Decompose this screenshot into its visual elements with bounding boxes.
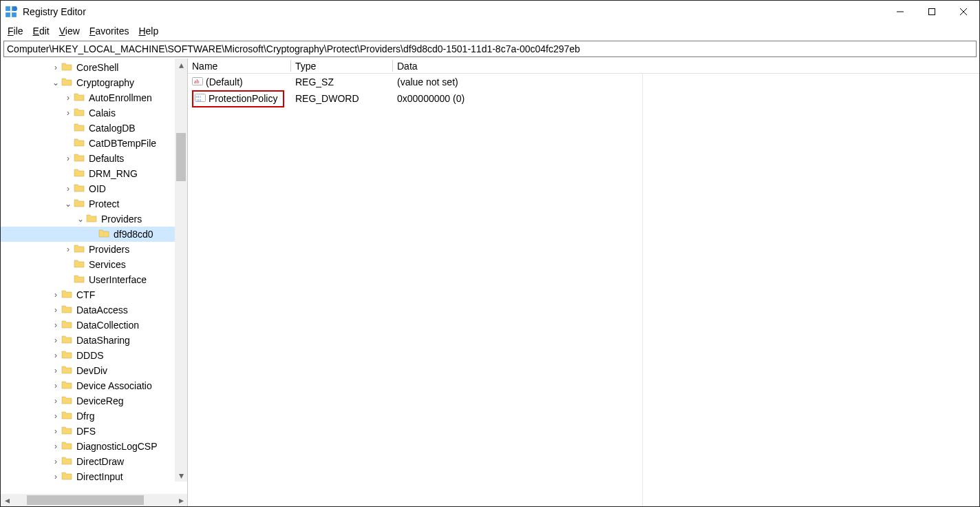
expand-icon[interactable]: › (63, 184, 74, 194)
expand-icon[interactable]: › (50, 63, 61, 72)
expand-icon[interactable]: › (50, 457, 61, 466)
collapse-icon[interactable]: ⌄ (63, 199, 74, 209)
expand-icon[interactable]: › (50, 366, 61, 375)
expand-icon[interactable]: › (50, 381, 61, 391)
tree-node-label: DirectDraw (76, 456, 124, 467)
menu-favorites[interactable]: Favorites (85, 24, 134, 38)
expand-icon[interactable]: › (50, 442, 61, 451)
tree-node-label: DataAccess (76, 304, 128, 315)
tree-node[interactable]: ⌄Providers (1, 211, 175, 227)
expand-icon[interactable]: › (63, 108, 74, 118)
expand-icon[interactable]: › (50, 351, 61, 360)
collapse-icon[interactable]: ⌄ (50, 78, 61, 87)
scroll-thumb[interactable] (176, 133, 186, 181)
tree-node[interactable]: ›DiagnosticLogCSP (1, 439, 175, 454)
tree-node[interactable]: ›OID (1, 181, 175, 196)
list-header: Name Type Data (188, 59, 979, 74)
expand-icon[interactable]: › (50, 411, 61, 421)
tree-node[interactable]: df9d8cd0 (1, 227, 175, 242)
tree-node-label: Defaults (89, 153, 124, 164)
tree-node[interactable]: ›Defaults (1, 151, 175, 166)
folder-icon (74, 273, 89, 287)
folder-icon (61, 364, 76, 377)
menu-file[interactable]: File (3, 24, 28, 38)
folder-icon (61, 289, 76, 302)
expand-icon[interactable]: › (63, 245, 74, 254)
expand-icon[interactable]: › (50, 426, 61, 436)
values-list[interactable]: ab(Default)REG_SZ(value not set)011110Pr… (188, 74, 979, 506)
svg-text:ab: ab (194, 79, 200, 85)
tree-node[interactable]: CatDBTempFile (1, 136, 175, 151)
svg-rect-3 (12, 12, 17, 17)
tree-node[interactable]: ›DDDS (1, 348, 175, 363)
tree-node[interactable]: ›AutoEnrollmen (1, 90, 175, 105)
tree-node[interactable]: ›Device Associatio (1, 378, 175, 393)
column-header-name[interactable]: Name (188, 59, 291, 73)
tree-node[interactable]: ›Calais (1, 105, 175, 121)
tree-node[interactable]: ›Providers (1, 242, 175, 257)
tree-vertical-scrollbar[interactable]: ▴ ▾ (175, 59, 187, 482)
tree-node-label: Device Associatio (76, 380, 152, 391)
tree-node-label: CoreShell (76, 62, 118, 73)
column-header-type[interactable]: Type (291, 59, 393, 73)
folder-icon (61, 380, 76, 393)
tree-node[interactable]: UserInterface (1, 272, 175, 287)
scroll-right-arrow-icon[interactable]: ▸ (175, 495, 187, 506)
tree-node[interactable]: ›DataSharing (1, 333, 175, 348)
tree-node[interactable]: ›DirectDraw (1, 454, 175, 469)
maximize-button[interactable] (916, 1, 948, 23)
registry-tree[interactable]: ›CoreShell⌄Cryptography›AutoEnrollmen›Ca… (1, 59, 187, 484)
expand-icon[interactable]: › (50, 472, 61, 482)
tree-node[interactable]: ›DataCollection (1, 318, 175, 333)
menu-edit[interactable]: Edit (29, 24, 54, 38)
scroll-down-arrow-icon[interactable]: ▾ (175, 469, 187, 482)
tree-node-label: Providers (89, 244, 129, 255)
folder-icon (74, 243, 89, 256)
minimize-button[interactable] (884, 1, 916, 23)
expand-icon[interactable]: › (50, 290, 61, 300)
tree-horizontal-scrollbar[interactable]: ◂ ▸ (1, 494, 187, 506)
tree-node[interactable]: ⌄Cryptography (1, 75, 175, 90)
tree-node-label: DataSharing (76, 335, 130, 346)
tree-node-label: Calais (89, 107, 116, 118)
folder-icon (74, 152, 89, 165)
value-row[interactable]: 011110ProtectionPolicyREG_DWORD0x0000000… (188, 90, 979, 107)
collapse-icon[interactable]: ⌄ (75, 214, 86, 224)
svg-point-4 (12, 6, 17, 11)
menu-help[interactable]: Help (134, 24, 162, 38)
value-row[interactable]: ab(Default)REG_SZ(value not set) (188, 74, 979, 90)
expand-icon[interactable]: › (50, 320, 61, 330)
value-data: 0x00000000 (0) (397, 93, 465, 104)
tree-node[interactable]: ›DevDiv (1, 363, 175, 378)
close-button[interactable] (948, 1, 979, 23)
expand-icon[interactable]: › (50, 396, 61, 406)
expand-icon[interactable]: › (63, 154, 74, 163)
scroll-left-arrow-icon[interactable]: ◂ (1, 495, 13, 506)
folder-icon (61, 61, 76, 74)
tree-node[interactable]: ›CTF (1, 287, 175, 302)
value-name: (Default) (206, 76, 243, 87)
address-text: Computer\HKEY_LOCAL_MACHINE\SOFTWARE\Mic… (7, 43, 580, 54)
scroll-thumb[interactable] (27, 495, 144, 505)
tree-node[interactable]: ›CoreShell (1, 60, 175, 75)
tree-node[interactable]: CatalogDB (1, 121, 175, 136)
scroll-up-arrow-icon[interactable]: ▴ (175, 59, 187, 71)
tree-node[interactable]: Services (1, 257, 175, 272)
tree-node[interactable]: ›DataAccess (1, 302, 175, 318)
folder-icon (61, 334, 76, 347)
folder-icon (86, 213, 101, 226)
tree-node[interactable]: ›DFS (1, 424, 175, 439)
folder-icon (74, 92, 89, 105)
expand-icon[interactable]: › (63, 93, 74, 103)
tree-node[interactable]: ›Dfrg (1, 408, 175, 424)
column-header-data[interactable]: Data (393, 59, 641, 73)
expand-icon[interactable]: › (50, 335, 61, 345)
tree-node[interactable]: ›DirectInput (1, 469, 175, 484)
menu-view[interactable]: View (55, 24, 84, 38)
tree-node-label: DevDiv (76, 365, 107, 376)
tree-node[interactable]: ›DeviceReg (1, 393, 175, 408)
expand-icon[interactable]: › (50, 305, 61, 315)
address-bar[interactable]: Computer\HKEY_LOCAL_MACHINE\SOFTWARE\Mic… (3, 41, 977, 57)
tree-node[interactable]: DRM_RNG (1, 166, 175, 181)
tree-node[interactable]: ⌄Protect (1, 196, 175, 211)
